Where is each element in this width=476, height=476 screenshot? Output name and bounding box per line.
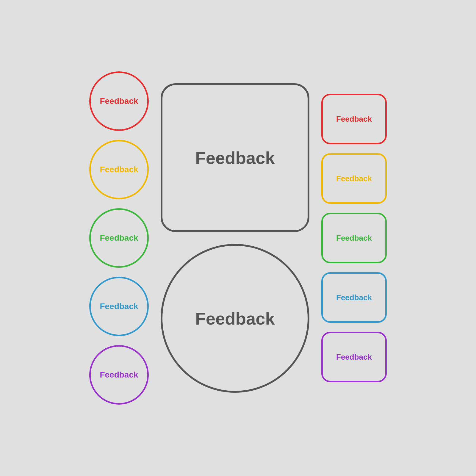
rect-label-yellow: Feedback <box>336 174 372 183</box>
rect-button-blue[interactable]: Feedback <box>321 272 387 323</box>
rect-button-red[interactable]: Feedback <box>321 94 387 144</box>
left-circles-column: Feedback Feedback Feedback Feedback Feed… <box>89 71 149 405</box>
circle-label-purple: Feedback <box>100 370 138 380</box>
large-rounded-rect-label: Feedback <box>195 148 275 168</box>
circle-button-green[interactable]: Feedback <box>89 208 149 268</box>
rect-label-purple: Feedback <box>336 353 372 362</box>
right-rects-column: Feedback Feedback Feedback Feedback Feed… <box>321 94 387 382</box>
center-column: Feedback Feedback <box>161 83 309 393</box>
circle-label-blue: Feedback <box>100 302 138 311</box>
circle-label-green: Feedback <box>100 233 138 243</box>
rect-button-yellow[interactable]: Feedback <box>321 153 387 204</box>
large-rounded-rect-button[interactable]: Feedback <box>161 83 309 232</box>
circle-button-yellow[interactable]: Feedback <box>89 140 149 199</box>
rect-label-green: Feedback <box>336 234 372 243</box>
rect-button-purple[interactable]: Feedback <box>321 332 387 382</box>
main-container: Feedback Feedback Feedback Feedback Feed… <box>15 71 461 405</box>
large-circle-button[interactable]: Feedback <box>161 244 309 393</box>
circle-button-purple[interactable]: Feedback <box>89 345 149 405</box>
rect-button-green[interactable]: Feedback <box>321 213 387 263</box>
rect-label-blue: Feedback <box>336 293 372 302</box>
circle-label-red: Feedback <box>100 96 138 106</box>
rect-label-red: Feedback <box>336 115 372 124</box>
circle-label-yellow: Feedback <box>100 165 138 174</box>
circle-button-blue[interactable]: Feedback <box>89 277 149 336</box>
circle-button-red[interactable]: Feedback <box>89 71 149 131</box>
large-circle-label: Feedback <box>195 309 275 328</box>
